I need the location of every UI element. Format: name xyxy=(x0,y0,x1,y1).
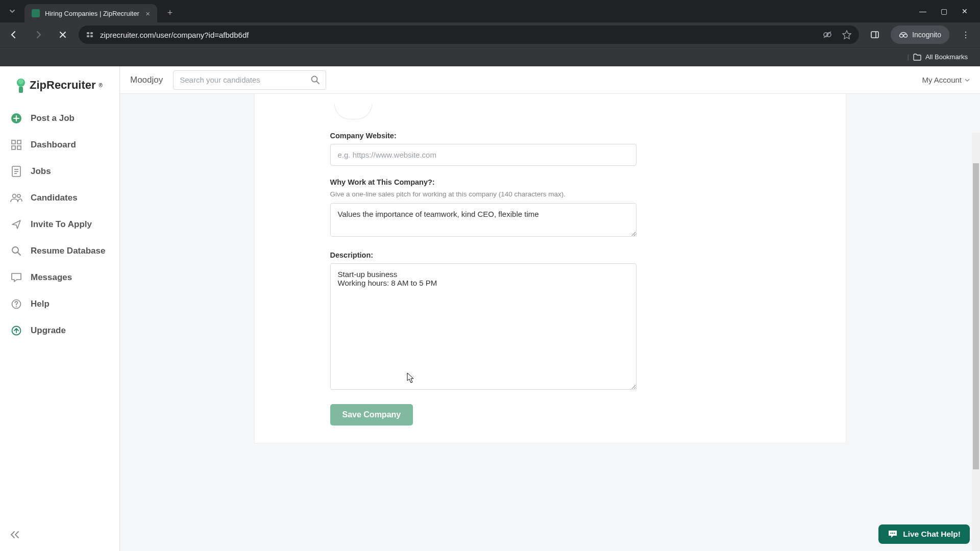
new-tab-button[interactable]: + xyxy=(162,5,178,20)
browser-tab[interactable]: Hiring Companies | ZipRecruiter × xyxy=(24,4,157,22)
address-bar[interactable]: ziprecruiter.com/user/company?id=afbdb6d… xyxy=(79,26,859,44)
tab-search-button[interactable] xyxy=(0,0,24,22)
topbar: Moodjoy My Account xyxy=(120,66,980,94)
account-label: My Account xyxy=(922,76,962,84)
chat-bubble-icon xyxy=(888,530,898,539)
scrollbar-thumb[interactable] xyxy=(973,163,979,469)
live-chat-button[interactable]: Live Chat Help! xyxy=(878,524,970,544)
page-content: ZipRecruiter ® Post a Job Dashboard Jobs… xyxy=(0,66,980,551)
search-button[interactable] xyxy=(308,72,323,88)
search-icon xyxy=(311,76,320,85)
sidebar-item-label: Messages xyxy=(31,272,72,283)
company-form-card: Company Website: Why Work at This Compan… xyxy=(254,94,846,443)
all-bookmarks-link[interactable]: All Bookmarks xyxy=(925,53,968,61)
sidebar-item-candidates[interactable]: Candidates xyxy=(0,185,119,211)
maximize-button[interactable]: ▢ xyxy=(941,7,947,15)
svg-point-30 xyxy=(312,76,317,82)
company-logo-placeholder[interactable] xyxy=(334,104,372,119)
sidebar-item-label: Invite To Apply xyxy=(31,219,92,230)
search-wrap xyxy=(173,70,326,90)
sidebar-item-label: Resume Database xyxy=(31,246,105,256)
vertical-scrollbar[interactable] xyxy=(972,133,980,551)
chevron-down-icon xyxy=(965,78,970,82)
sidebar-item-post-job[interactable]: Post a Job xyxy=(0,105,119,132)
sidebar-item-label: Post a Job xyxy=(31,113,75,123)
sidebar-item-label: Dashboard xyxy=(31,140,76,150)
svg-rect-7 xyxy=(871,32,878,38)
sidebar-item-dashboard[interactable]: Dashboard xyxy=(0,132,119,158)
search-input[interactable] xyxy=(173,70,326,90)
sidebar-item-label: Candidates xyxy=(31,193,78,203)
ziprecruiter-logo-icon xyxy=(15,78,27,93)
plus-circle-icon xyxy=(10,112,22,124)
window-controls: — ▢ ✕ xyxy=(919,7,980,15)
close-window-button[interactable]: ✕ xyxy=(962,7,968,15)
grid-icon xyxy=(10,139,22,151)
svg-line-31 xyxy=(317,81,320,84)
svg-point-34 xyxy=(894,533,895,534)
sidebar-item-invite[interactable]: Invite To Apply xyxy=(0,211,119,238)
sidebar-item-upgrade[interactable]: Upgrade xyxy=(0,317,119,344)
svg-rect-18 xyxy=(17,146,21,149)
sidebar-item-jobs[interactable]: Jobs xyxy=(0,158,119,185)
forward-button[interactable] xyxy=(30,26,47,43)
close-tab-icon[interactable]: × xyxy=(145,9,150,18)
why-hint: Give a one-line sales pitch for working … xyxy=(330,190,636,198)
sidebar: ZipRecruiter ® Post a Job Dashboard Jobs… xyxy=(0,66,120,551)
browser-tabstrip: Hiring Companies | ZipRecruiter × + — ▢ … xyxy=(0,0,980,22)
svg-rect-11 xyxy=(19,87,23,93)
collapse-sidebar-button[interactable] xyxy=(0,523,119,551)
svg-rect-3 xyxy=(90,35,93,37)
field-description: Description: xyxy=(330,251,636,392)
svg-point-25 xyxy=(12,247,18,253)
description-textarea[interactable] xyxy=(330,263,636,390)
field-why-work: Why Work at This Company?: Give a one-li… xyxy=(330,178,636,239)
site-settings-icon[interactable] xyxy=(86,31,94,39)
website-input[interactable] xyxy=(330,144,636,166)
company-name: Moodjoy xyxy=(130,75,163,85)
sidebar-item-resume[interactable]: Resume Database xyxy=(0,238,119,264)
why-textarea[interactable] xyxy=(330,203,636,237)
description-label: Description: xyxy=(330,251,636,259)
svg-point-10 xyxy=(904,34,908,37)
document-icon xyxy=(10,165,22,178)
sidebar-item-messages[interactable]: Messages xyxy=(0,264,119,291)
incognito-label: Incognito xyxy=(912,31,941,39)
incognito-indicator[interactable]: Incognito xyxy=(891,26,949,44)
why-label: Why Work at This Company?: xyxy=(330,178,636,186)
incognito-icon xyxy=(899,31,908,38)
send-icon xyxy=(10,218,22,231)
sidebar-item-help[interactable]: Help xyxy=(0,291,119,317)
main-column: Moodjoy My Account Company Website: xyxy=(120,66,980,551)
chevron-double-left-icon xyxy=(10,531,19,539)
svg-point-23 xyxy=(13,194,16,198)
search-icon xyxy=(10,245,22,257)
minimize-button[interactable]: — xyxy=(919,7,926,15)
website-label: Company Website: xyxy=(330,132,636,140)
sidebar-item-label: Upgrade xyxy=(31,325,66,336)
logo[interactable]: ZipRecruiter ® xyxy=(0,73,119,105)
save-company-button[interactable]: Save Company xyxy=(330,404,413,425)
svg-point-9 xyxy=(900,34,903,37)
svg-rect-2 xyxy=(87,35,89,37)
stop-button[interactable] xyxy=(54,26,71,43)
svg-point-28 xyxy=(16,306,17,307)
my-account-dropdown[interactable]: My Account xyxy=(922,76,970,84)
url-text: ziprecruiter.com/user/company?id=afbdb6d… xyxy=(100,31,249,39)
browser-menu-button[interactable]: ⋮ xyxy=(957,30,975,40)
tab-title: Hiring Companies | ZipRecruiter xyxy=(45,10,139,17)
bookmark-star-icon[interactable] xyxy=(842,30,852,40)
back-button[interactable] xyxy=(5,26,22,43)
browser-toolbar: ziprecruiter.com/user/company?id=afbdb6d… xyxy=(0,22,980,47)
side-panel-button[interactable] xyxy=(866,26,884,43)
up-arrow-icon xyxy=(10,324,22,337)
svg-rect-15 xyxy=(12,140,15,144)
folder-icon xyxy=(913,54,921,61)
tracking-blocked-icon[interactable] xyxy=(822,30,832,40)
content-area: Company Website: Why Work at This Compan… xyxy=(120,94,980,551)
svg-point-33 xyxy=(892,533,893,534)
svg-point-24 xyxy=(17,194,20,197)
bookmarks-bar: | All Bookmarks xyxy=(0,47,980,66)
sidebar-item-label: Help xyxy=(31,299,50,309)
svg-rect-17 xyxy=(12,146,15,149)
